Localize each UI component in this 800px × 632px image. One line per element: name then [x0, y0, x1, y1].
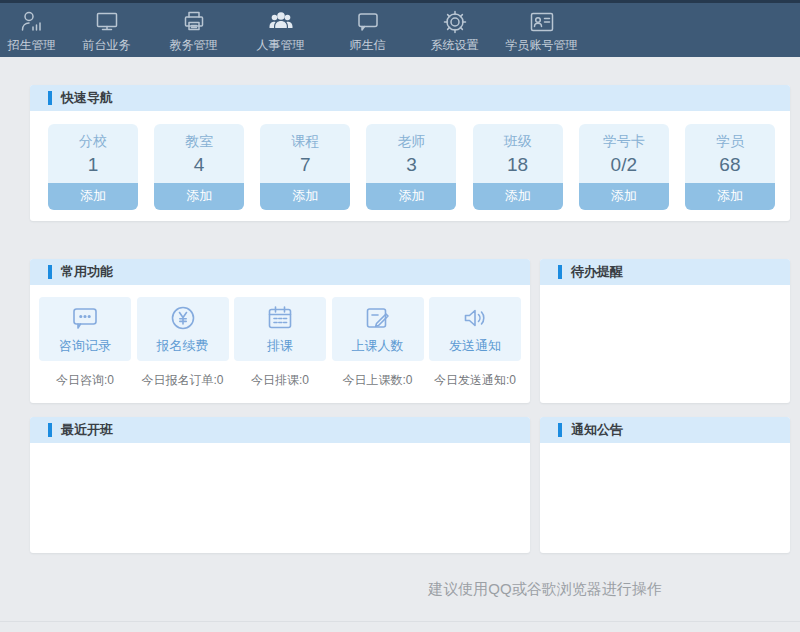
yen-circle-icon [168, 303, 198, 333]
gear-icon [442, 9, 468, 35]
card-label: 班级 [473, 124, 563, 151]
card-value: 4 [154, 151, 244, 183]
add-button[interactable]: 添加 [48, 183, 138, 210]
nav-item-enrollment[interactable]: 招生管理 [0, 3, 63, 52]
add-button[interactable]: 添加 [260, 183, 350, 210]
func-schedule-classes[interactable]: 排课 [234, 297, 326, 361]
todo-reminders-empty-body [540, 285, 790, 393]
accent-bar [558, 265, 562, 279]
panel-title: 通知公告 [571, 421, 623, 439]
card-label: 教室 [154, 124, 244, 151]
panel-quick-nav: 快速导航 分校 1 添加 教室 4 添加 课程 7 添加 老师 3 添加 [30, 85, 790, 221]
card-label: 学员 [685, 124, 775, 151]
stat-enrollment-orders-today: 今日报名订单:0 [137, 372, 229, 389]
nav-item-student-accounts[interactable]: 学员账号管理 [498, 3, 585, 52]
nav-item-label: 学员账号管理 [506, 39, 578, 52]
card-value: 7 [260, 151, 350, 183]
edit-list-icon [363, 303, 393, 333]
recent-classes-empty-body [30, 443, 530, 553]
card-label: 课程 [260, 124, 350, 151]
accent-bar [558, 423, 562, 437]
panel-common-functions: 常用功能 咨询记录 [30, 259, 530, 403]
card-label: 分校 [48, 124, 138, 151]
main-content: 快速导航 分校 1 添加 教室 4 添加 课程 7 添加 老师 3 添加 [30, 85, 790, 599]
quick-card-course: 课程 7 添加 [260, 124, 350, 210]
nav-item-label: 师生信 [350, 39, 386, 52]
nav-item-label: 前台业务 [83, 39, 131, 52]
calendar-icon [265, 303, 295, 333]
accent-bar [48, 91, 52, 105]
func-class-attendance[interactable]: 上课人数 [332, 297, 424, 361]
func-send-notification[interactable]: 发送通知 [429, 297, 521, 361]
nav-item-system-settings[interactable]: 系统设置 [411, 3, 498, 52]
func-label: 上课人数 [352, 337, 404, 355]
printer-icon [181, 9, 207, 35]
stat-notifications-today: 今日发送通知:0 [429, 372, 521, 389]
panel-title: 最近开班 [61, 421, 113, 439]
top-navigation-bar: 招生管理 前台业务 教务管理 [0, 0, 800, 57]
stat-consultations-today: 今日咨询:0 [39, 372, 131, 389]
accent-bar [48, 423, 52, 437]
panel-notices-header: 通知公告 [540, 417, 790, 443]
quick-nav-cards: 分校 1 添加 教室 4 添加 课程 7 添加 老师 3 添加 班级 1 [30, 111, 790, 221]
card-label: 学号卡 [579, 124, 669, 151]
add-button[interactable]: 添加 [366, 183, 456, 210]
card-value: 3 [366, 151, 456, 183]
quick-card-student-id-card: 学号卡 0/2 添加 [579, 124, 669, 210]
stat-classes-today: 今日上课数:0 [332, 372, 424, 389]
notices-empty-body [540, 443, 790, 553]
func-label: 排课 [267, 337, 293, 355]
stat-scheduled-today: 今日排课:0 [234, 372, 326, 389]
chat-bubble-icon [355, 9, 381, 35]
panel-title: 常用功能 [61, 263, 113, 281]
nav-item-label: 教务管理 [170, 39, 218, 52]
func-label: 报名续费 [157, 337, 209, 355]
add-button[interactable]: 添加 [579, 183, 669, 210]
nav-item-teacher-student-message[interactable]: 师生信 [324, 3, 411, 52]
person-chart-icon [19, 9, 45, 35]
nav-item-front-desk[interactable]: 前台业务 [63, 3, 150, 52]
quick-card-classroom: 教室 4 添加 [154, 124, 244, 210]
common-functions-body: 咨询记录 报名续费 [30, 285, 530, 403]
quick-card-class: 班级 18 添加 [473, 124, 563, 210]
accent-bar [48, 265, 52, 279]
card-value: 68 [685, 151, 775, 183]
nav-item-hr[interactable]: 人事管理 [237, 3, 324, 52]
browser-recommendation-note: 建议使用QQ或谷歌浏览器进行操作 [30, 580, 790, 599]
card-value: 0/2 [579, 151, 669, 183]
panel-title: 待办提醒 [571, 263, 623, 281]
card-value: 1 [48, 151, 138, 183]
card-label: 老师 [366, 124, 456, 151]
add-button[interactable]: 添加 [473, 183, 563, 210]
speaker-icon [460, 303, 490, 333]
bottom-divider [0, 621, 800, 622]
panel-todo-reminders-header: 待办提醒 [540, 259, 790, 285]
nav-item-academic[interactable]: 教务管理 [150, 3, 237, 52]
panel-common-functions-header: 常用功能 [30, 259, 530, 285]
id-card-icon [529, 9, 555, 35]
func-label: 咨询记录 [59, 337, 111, 355]
add-button[interactable]: 添加 [154, 183, 244, 210]
nav-item-label: 人事管理 [257, 39, 305, 52]
nav-item-label: 招生管理 [8, 39, 56, 52]
func-enrollment-renewal[interactable]: 报名续费 [137, 297, 229, 361]
panel-title: 快速导航 [61, 89, 113, 107]
panel-todo-reminders: 待办提醒 [540, 259, 790, 403]
chat-dots-icon [70, 303, 100, 333]
monitor-icon [94, 9, 120, 35]
panel-quick-nav-header: 快速导航 [30, 85, 790, 111]
func-label: 发送通知 [449, 337, 501, 355]
people-icon [268, 9, 294, 35]
quick-card-student: 学员 68 添加 [685, 124, 775, 210]
quick-card-branch-school: 分校 1 添加 [48, 124, 138, 210]
func-consult-records[interactable]: 咨询记录 [39, 297, 131, 361]
panel-recent-classes-header: 最近开班 [30, 417, 530, 443]
panel-notices: 通知公告 [540, 417, 790, 553]
quick-card-teacher: 老师 3 添加 [366, 124, 456, 210]
card-value: 18 [473, 151, 563, 183]
add-button[interactable]: 添加 [685, 183, 775, 210]
nav-item-label: 系统设置 [431, 39, 479, 52]
panel-recent-classes: 最近开班 [30, 417, 530, 553]
